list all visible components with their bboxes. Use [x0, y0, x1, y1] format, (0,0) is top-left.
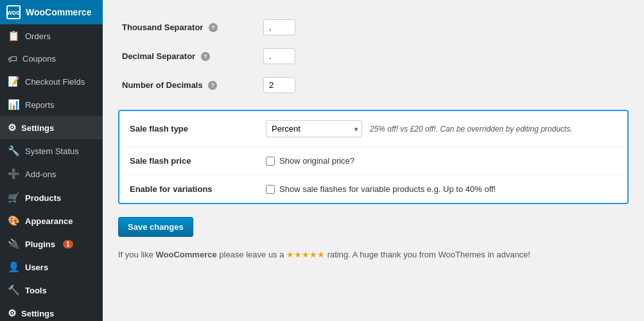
- thousand-separator-help-icon[interactable]: ?: [209, 23, 218, 32]
- decimal-separator-help-icon[interactable]: ?: [201, 52, 210, 61]
- save-changes-button[interactable]: Save changes: [118, 217, 193, 237]
- sale-flash-type-hint: 25% off! vs £20 off!. Can be overridden …: [370, 125, 573, 134]
- users-icon: 👤: [8, 261, 20, 273]
- sidebar-item-reports[interactable]: 📊 Reports: [0, 93, 103, 116]
- sidebar-item-add-ons[interactable]: ➕ Add-ons: [0, 162, 103, 186]
- footer-stars: ★★★★★: [286, 250, 325, 259]
- settings-icon: ⚙: [8, 122, 16, 134]
- checkout-fields-icon: 📝: [8, 76, 20, 87]
- sidebar-brand: WooCommerce: [26, 7, 91, 17]
- sidebar-section-settings[interactable]: ⚙ Settings: [0, 301, 103, 321]
- plugins-icon: 🔌: [8, 238, 20, 250]
- decimal-separator-row: Decimal Separator ?: [118, 42, 629, 71]
- sidebar-label-appearance: Appearance: [25, 216, 73, 226]
- sidebar-section-products[interactable]: 🛒 Products: [0, 186, 103, 209]
- enable-variations-row: Enable for variations Show sale flashes …: [119, 175, 627, 203]
- sidebar-label-reports: Reports: [25, 100, 55, 110]
- footer-brand: WooCommerce: [156, 250, 217, 259]
- sidebar-item-checkout-fields[interactable]: 📝 Checkout Fields: [0, 70, 103, 93]
- sidebar-item-coupons[interactable]: 🏷 Coupons: [0, 48, 103, 70]
- footer-text-after: rating. A huge thank you from WooThemes …: [325, 250, 530, 259]
- sale-flash-price-checkbox[interactable]: [266, 157, 275, 166]
- logo-text: woo: [7, 9, 20, 16]
- sidebar-label-orders: Orders: [25, 31, 51, 41]
- enable-variations-label: Enable for variations: [130, 184, 258, 194]
- sidebar-label-tools: Tools: [25, 286, 47, 295]
- sidebar-section-tools[interactable]: 🔨 Tools: [0, 278, 103, 301]
- sale-flash-price-checkbox-text: Show original price?: [279, 156, 354, 166]
- sidebar-logo: woo: [6, 5, 21, 19]
- add-ons-icon: ➕: [8, 168, 20, 180]
- sale-flash-type-content: Percent Fixed Both 25% off! vs £20 off!.…: [266, 120, 617, 137]
- sidebar-label-checkout-fields: Checkout Fields: [25, 77, 85, 87]
- plugins-badge: 1: [63, 240, 73, 248]
- thousand-separator-field-cell: [259, 13, 629, 42]
- sale-flash-price-label: Sale flash price: [130, 156, 258, 166]
- products-icon: 🛒: [8, 192, 20, 204]
- number-of-decimals-field-cell: [259, 71, 629, 100]
- enable-variations-content: Show sale flashes for variable products …: [266, 184, 617, 194]
- sidebar-label-settings2: Settings: [21, 309, 54, 318]
- sidebar-label-system-status: System Status: [25, 146, 79, 156]
- sidebar-item-system-status[interactable]: 🔧 System Status: [0, 139, 103, 162]
- reports-icon: 📊: [8, 99, 20, 110]
- sidebar-label-add-ons: Add-ons: [25, 169, 56, 179]
- system-status-icon: 🔧: [8, 145, 20, 157]
- number-of-decimals-input[interactable]: [263, 77, 295, 93]
- tools-icon: 🔨: [8, 284, 20, 296]
- sale-flash-price-checkbox-label[interactable]: Show original price?: [266, 156, 354, 166]
- sidebar-header: woo WooCommerce: [0, 0, 103, 24]
- sale-flash-box: Sale flash type Percent Fixed Both 25% o…: [118, 110, 629, 204]
- sidebar-label-products: Products: [25, 193, 61, 203]
- sidebar-label-users: Users: [25, 263, 48, 272]
- sale-flash-price-content: Show original price?: [266, 156, 617, 166]
- decimal-separator-field-cell: [259, 42, 629, 71]
- settings-form-table: Thousand Separator ? Decimal Separator ?…: [118, 13, 629, 100]
- thousand-separator-input[interactable]: [263, 19, 295, 35]
- sidebar-label-coupons: Coupons: [22, 54, 56, 64]
- settings2-icon: ⚙: [8, 308, 16, 319]
- sale-flash-type-select-wrapper: Percent Fixed Both: [266, 120, 362, 137]
- decimal-separator-input[interactable]: [263, 48, 295, 64]
- sidebar-section-appearance[interactable]: 🎨 Appearance: [0, 209, 103, 232]
- footer-text-middle: please leave us a: [217, 250, 286, 259]
- number-of-decimals-help-icon[interactable]: ?: [208, 81, 217, 90]
- thousand-separator-row: Thousand Separator ?: [118, 13, 629, 42]
- sidebar-item-settings[interactable]: ⚙ Settings: [0, 116, 103, 139]
- decimal-separator-label: Decimal Separator ?: [118, 42, 259, 71]
- thousand-separator-label: Thousand Separator ?: [118, 13, 259, 42]
- sidebar: woo WooCommerce 📋 Orders 🏷 Coupons 📝 Che…: [0, 0, 103, 321]
- sale-flash-type-row: Sale flash type Percent Fixed Both 25% o…: [119, 111, 627, 147]
- number-of-decimals-row: Number of Decimals ?: [118, 71, 629, 100]
- sidebar-item-orders[interactable]: 📋 Orders: [0, 24, 103, 48]
- sale-flash-price-row: Sale flash price Show original price?: [119, 147, 627, 175]
- number-of-decimals-label: Number of Decimals ?: [118, 71, 259, 100]
- footer-text-before: If you like: [118, 250, 156, 259]
- footer-note: If you like WooCommerce please leave us …: [118, 250, 629, 259]
- sale-flash-type-label: Sale flash type: [130, 124, 258, 134]
- sidebar-section-plugins[interactable]: 🔌 Plugins 1: [0, 232, 103, 255]
- enable-variations-checkbox-text: Show sale flashes for variable products …: [279, 184, 496, 194]
- orders-icon: 📋: [8, 30, 20, 42]
- sidebar-label-plugins: Plugins: [25, 239, 55, 249]
- enable-variations-checkbox[interactable]: [266, 185, 275, 194]
- coupons-icon: 🏷: [8, 53, 17, 64]
- sidebar-label-settings: Settings: [21, 123, 54, 133]
- sale-flash-type-select[interactable]: Percent Fixed Both: [266, 120, 362, 137]
- enable-variations-checkbox-label[interactable]: Show sale flashes for variable products …: [266, 184, 496, 194]
- sidebar-section-users[interactable]: 👤 Users: [0, 255, 103, 278]
- appearance-icon: 🎨: [8, 215, 20, 227]
- main-content: Thousand Separator ? Decimal Separator ?…: [103, 0, 644, 321]
